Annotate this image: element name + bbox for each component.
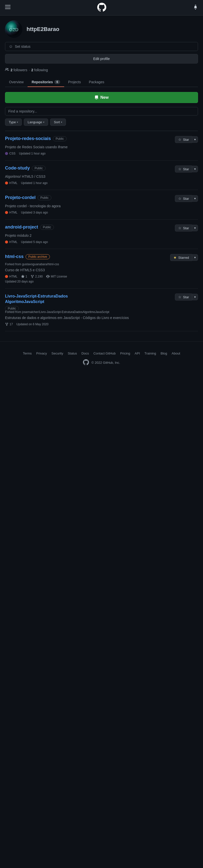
profile-section: G2D httpE2Barao [5, 21, 198, 38]
language-color-dot [5, 241, 8, 244]
star-dropdown-button[interactable]: ▾ [192, 195, 198, 202]
new-repo-label: New [101, 95, 109, 100]
type-filter-label: Type [9, 120, 16, 124]
star-dropdown-button[interactable]: ▾ [192, 166, 198, 172]
star-label: Star [183, 167, 189, 171]
language-filter-button[interactable]: Language ▾ [24, 119, 48, 126]
star-button[interactable]: ☆ Star [175, 136, 192, 143]
repo-meta: HTML Updated 3 days ago [5, 211, 198, 214]
username: httpE2Barao [27, 26, 59, 32]
repo-name-link[interactable]: android-project [5, 224, 38, 230]
filter-bar: Type ▾ Language ▾ Sort ▾ [5, 119, 198, 126]
star-icon: ☆ [178, 137, 181, 142]
tab-projects[interactable]: Projects [64, 78, 85, 87]
star-button[interactable]: ★ Starred [170, 254, 192, 261]
repo-name-link[interactable]: Projeto-cordel [5, 195, 35, 200]
repo-create-icon [95, 95, 99, 99]
sort-filter-button[interactable]: Sort ▾ [50, 119, 66, 126]
star-label: Starred [178, 256, 189, 259]
star-dropdown-button[interactable]: ▾ [192, 254, 198, 261]
repo-updated: Updated 1 hour ago [21, 181, 48, 185]
footer-link-docs[interactable]: Docs [81, 351, 89, 355]
github-footer-logo [83, 359, 89, 366]
fork-count: 2,190 [35, 275, 43, 278]
tab-projects-label: Projects [68, 80, 81, 84]
license-icon [46, 275, 50, 278]
footer-link-pricing[interactable]: Pricing [120, 351, 130, 355]
star-button-group: ☆ Star ▾ [175, 224, 198, 231]
repo-name-link[interactable]: Livro-JavaScript-EstruturaDadosAlgoritmo… [5, 293, 175, 305]
repo-header: Livro-JavaScript-EstruturaDadosAlgoritmo… [5, 293, 198, 310]
tab-repositories-label: Repositories [31, 80, 53, 84]
tab-repositories[interactable]: Repositories 6 [28, 78, 64, 87]
repo-visibility-badge: Public archive [26, 254, 50, 259]
hamburger-menu-icon[interactable] [5, 4, 10, 11]
language-name: HTML [9, 211, 18, 214]
footer-link-blog[interactable]: Blog [161, 351, 167, 355]
star-dropdown-button[interactable]: ▾ [192, 225, 198, 231]
footer: Terms Privacy Security Status Docs Conta… [0, 341, 203, 373]
repo-forks: 2,190 [31, 275, 43, 278]
repo-license: MIT License [46, 275, 67, 278]
star-button[interactable]: ☆ Star [175, 224, 192, 231]
repo-updated: Updated 1 hour ago [19, 152, 46, 155]
repo-description: Curso de HTML5 e CSS3 [5, 268, 198, 273]
type-filter-chevron: ▾ [17, 121, 18, 124]
followers-count: 2 [10, 68, 12, 72]
footer-link-security[interactable]: Security [51, 351, 63, 355]
search-input[interactable] [5, 107, 198, 116]
star-button-group: ☆ Star ▾ [175, 293, 198, 301]
footer-link-about[interactable]: About [172, 351, 180, 355]
star-icon: ☆ [178, 196, 181, 200]
repo-name-link[interactable]: Projeto-redes-sociais [5, 136, 51, 141]
repo-name-link[interactable]: Code-study [5, 165, 30, 171]
language-name: CSS [9, 152, 16, 155]
set-status-label: Set status [15, 44, 30, 49]
language-name: HTML [9, 181, 18, 185]
set-status-button[interactable]: ☺ Set status [5, 42, 198, 51]
repo-name-area: html-css Public archive [5, 254, 50, 259]
github-logo[interactable] [97, 3, 106, 12]
sort-filter-chevron: ▾ [61, 121, 62, 124]
footer-link-training[interactable]: Training [144, 351, 156, 355]
footer-link-status[interactable]: Status [68, 351, 77, 355]
repo-name-area: Projeto-cordel Public [5, 195, 51, 200]
repo-language: HTML [5, 240, 18, 244]
repo-stars: 1 [21, 275, 27, 278]
repo-header: Code-study Public ☆ Star ▾ [5, 165, 198, 173]
footer-links: Terms Privacy Security Status Docs Conta… [5, 351, 198, 355]
edit-profile-button[interactable]: Edit profile [5, 54, 198, 63]
repo-name-link[interactable]: html-css [5, 254, 24, 259]
repo-updated: Updated 3 days ago [21, 211, 48, 214]
footer-link-privacy[interactable]: Privacy [36, 351, 47, 355]
repo-name-area: Code-study Public [5, 165, 46, 171]
repo-meta: 17 Updated on 6 May 2020 [5, 322, 198, 326]
footer-link-api[interactable]: API [134, 351, 140, 355]
people-icon [5, 67, 9, 72]
new-repository-button[interactable]: New [5, 92, 198, 103]
language-name: HTML [9, 240, 18, 244]
tab-overview[interactable]: Overview [5, 78, 28, 87]
star-button[interactable]: ☆ Star [175, 195, 192, 202]
star-button[interactable]: ☆ Star [175, 165, 192, 173]
star-button[interactable]: ☆ Star [175, 293, 192, 301]
notifications-icon[interactable] [193, 4, 198, 11]
table-row: Livro-JavaScript-EstruturaDadosAlgoritmo… [5, 288, 198, 331]
footer-link-contact[interactable]: Contact GitHub [94, 351, 116, 355]
type-filter-button[interactable]: Type ▾ [5, 119, 22, 126]
table-row: Projeto-redes-sociais Public ☆ Star ▾ Pr… [5, 131, 198, 160]
repo-description: Algoritmo/ HTML5 / CSS3 [5, 174, 198, 179]
repo-visibility-badge: Public [37, 195, 51, 200]
star-label: Star [183, 138, 189, 142]
repo-description: Estruturas de dados e algoritmos em Java… [5, 315, 198, 320]
star-dropdown-button[interactable]: ▾ [192, 136, 198, 143]
star-icon: ★ [173, 255, 177, 259]
fork-icon [5, 322, 8, 326]
language-color-dot [5, 211, 8, 214]
star-dropdown-button[interactable]: ▾ [192, 294, 198, 300]
avatar: G2D [5, 21, 23, 38]
table-row: Code-study Public ☆ Star ▾ Algoritmo/ HT… [5, 160, 198, 190]
tab-packages[interactable]: Packages [85, 78, 108, 87]
repo-description: Projeto módulo 2 [5, 233, 198, 238]
footer-link-terms[interactable]: Terms [23, 351, 31, 355]
